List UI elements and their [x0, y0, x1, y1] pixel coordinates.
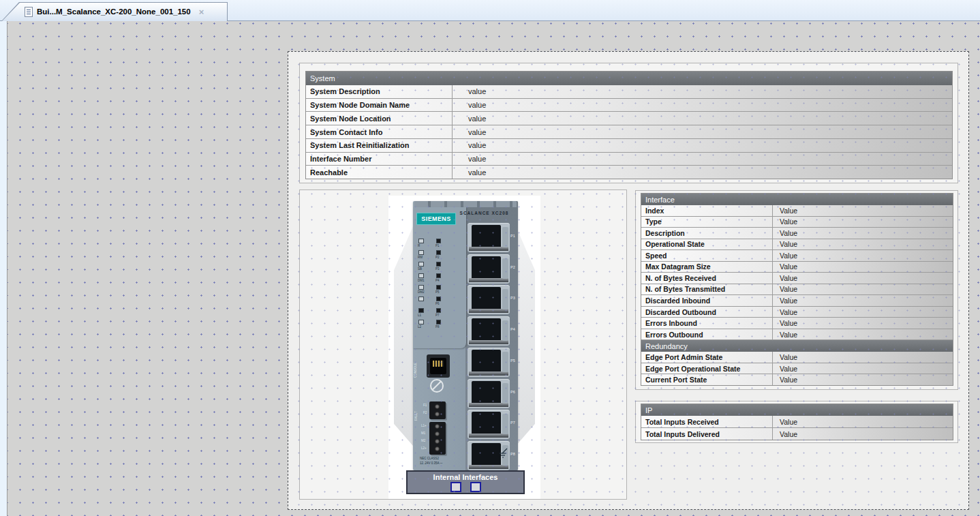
power-pin	[435, 446, 440, 451]
row-value: Value	[773, 262, 797, 273]
row-label: Errors Outbound	[641, 329, 773, 340]
row-value: value	[453, 153, 486, 166]
rating-line-2: 12..24V 0.35A ⎓	[420, 461, 442, 466]
console-port	[427, 354, 450, 378]
fault-terminal	[429, 401, 446, 419]
close-icon[interactable]: ×	[199, 7, 204, 16]
row-label: Description	[641, 228, 773, 239]
status-led-label: SB	[418, 267, 422, 271]
row-label: Reachable	[306, 166, 453, 179]
table-row: Max Datagram SizeValue	[641, 262, 953, 273]
row-label: Total Inputs Received	[641, 416, 773, 427]
power-pin-label: L2+	[421, 446, 427, 450]
ip-panel[interactable]: IPTotal Inputs ReceivedValueTotal Inputs…	[635, 401, 958, 443]
rj45-port-latch	[502, 414, 508, 434]
row-value: Value	[773, 318, 797, 329]
table-row: N. of Bytes ReceivedValue	[641, 273, 953, 284]
table-row: Errors OutboundValue	[641, 329, 953, 341]
status-led	[418, 297, 424, 301]
status-led-label: L1	[418, 314, 421, 317]
row-value: Value	[773, 205, 797, 216]
row-value: Value	[773, 228, 797, 239]
power-pin	[435, 439, 440, 444]
device-panel[interactable]: SIEMENS RRMSBDM1DM2L1L2P1P2P3P4P5P6P7P8 …	[299, 189, 627, 500]
row-label: Max Datagram Size	[641, 262, 773, 273]
row-label: Index	[641, 205, 773, 216]
internal-interface-port-1[interactable]	[450, 482, 461, 492]
rj45-port-hole	[472, 318, 501, 342]
row-value: Value	[773, 284, 797, 295]
din-rail-notches	[414, 201, 517, 207]
rj45-port-hole	[472, 287, 501, 310]
port-led	[436, 320, 441, 324]
power-pin-label: M2	[421, 439, 425, 442]
ground-icon	[499, 448, 510, 459]
device-port-block: P1P2P3P4P5P6P7P8	[465, 201, 518, 470]
rj45-port-label: P2	[510, 265, 515, 269]
status-led	[418, 273, 424, 278]
internal-interfaces-bar[interactable]: Internal Interfaces	[406, 470, 525, 494]
table-row: System Node Domain Namevalue	[306, 99, 952, 112]
table-row: Operational StateValue	[641, 239, 953, 251]
table-row: Total Inputs ReceivedValue	[641, 416, 953, 428]
rj45-port-label: P7	[510, 421, 515, 425]
status-led	[418, 262, 424, 267]
rj45-port-label: P1	[510, 234, 515, 238]
row-value: value	[453, 139, 486, 152]
rj45-port-pins	[469, 340, 508, 344]
editor-canvas[interactable]: SystemSystem DescriptionvalueSystem Node…	[7, 21, 980, 516]
rj45-port-label: P5	[510, 359, 515, 363]
row-value: Value	[773, 363, 797, 374]
row-label: Current Port State	[641, 374, 773, 385]
device-led-panel: SIEMENS RRMSBDM1DM2L1L2P1P2P3P4P5P6P7P8	[413, 207, 466, 348]
document-icon	[25, 7, 33, 17]
table-row: Errors InboundValue	[641, 318, 953, 329]
port-led	[436, 297, 441, 301]
row-value: Value	[773, 374, 797, 385]
power-pin-label: L1+	[421, 424, 427, 427]
power-pin-label: M1	[421, 431, 425, 435]
faceplate-object[interactable]: SystemSystem DescriptionvalueSystem Node…	[288, 51, 969, 510]
row-value: value	[453, 125, 486, 138]
status-led-label: R	[418, 244, 420, 247]
table-row: SpeedValue	[641, 250, 953, 262]
internal-interface-port-2[interactable]	[470, 482, 481, 492]
table-section-header: IP	[641, 404, 953, 416]
rj45-port-label: P3	[510, 296, 515, 300]
interface-panel[interactable]: InterfaceIndexValueTypeValueDescriptionV…	[635, 190, 958, 390]
row-value: Value	[773, 239, 797, 250]
rj45-port-label: P8	[510, 452, 515, 456]
port-led	[436, 262, 441, 267]
row-label: N. of Bytes Transmitted	[641, 284, 773, 295]
row-label: Edge Port Operational State	[641, 363, 773, 374]
port-led	[436, 273, 441, 278]
table-section-header: Redundancy	[641, 340, 953, 352]
row-label: System Description	[306, 85, 453, 98]
row-label: Edge Port Admin State	[641, 352, 773, 363]
rj45-port	[468, 410, 510, 439]
row-label: Total Inputs Delivered	[641, 428, 773, 440]
console-port-pins	[433, 361, 444, 367]
scalance-switch: SIEMENS RRMSBDM1DM2L1L2P1P2P3P4P5P6P7P8 …	[413, 201, 518, 470]
document-tab[interactable]: Bui...M_Scalance_XC-200_None_001_150 ×	[1, 2, 228, 21]
rj45-port-hole	[472, 443, 501, 466]
table-row: Edge Port Operational StateValue	[641, 363, 953, 375]
tab-title: Bui...M_Scalance_XC-200_None_001_150	[37, 7, 191, 16]
row-label: Speed	[641, 250, 773, 261]
status-led-label: L2	[418, 325, 421, 329]
rj45-port-latch	[502, 383, 508, 404]
status-led	[418, 285, 424, 290]
fault-label: FAULT	[414, 403, 418, 421]
table-row: TypeValue	[641, 217, 953, 228]
system-panel[interactable]: SystemSystem DescriptionvalueSystem Node…	[299, 63, 958, 183]
rj45-port-hole	[472, 381, 501, 404]
port-led-label: P4	[435, 279, 440, 282]
port-led-label: P8	[435, 325, 440, 329]
rj45-port	[468, 348, 510, 377]
prohibition-icon	[430, 379, 444, 393]
port-led-label: P1	[435, 244, 440, 247]
row-value: Value	[773, 250, 797, 261]
row-value: Value	[773, 428, 797, 440]
device-model-label: SCALANCE XC208	[454, 211, 515, 215]
row-value: value	[453, 166, 486, 179]
